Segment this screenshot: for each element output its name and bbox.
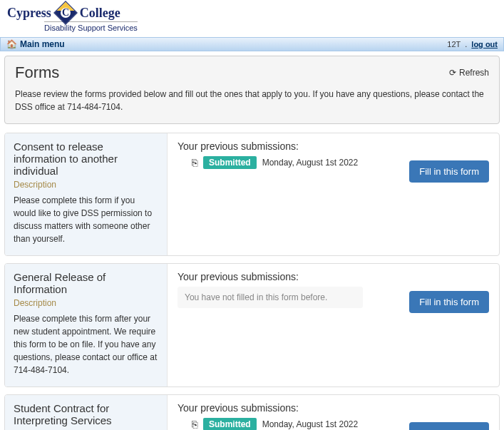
form-title: General Release of Information	[14, 271, 158, 295]
status-badge: Submitted	[203, 418, 257, 430]
top-nav: 🏠 Main menu 12T . log out	[0, 37, 504, 51]
logout-link[interactable]: log out	[471, 40, 498, 48]
form-description: Please complete this form after your new…	[14, 312, 158, 377]
brand-subtitle: Disability Support Services	[44, 21, 138, 32]
fill-form-button[interactable]: Fill in this form	[409, 160, 489, 183]
branding-header: Cypress C College Disability Support Ser…	[0, 0, 504, 34]
form-card: Consent to release information to anothe…	[4, 133, 500, 256]
previous-submissions-label: Your previous submissions:	[178, 402, 489, 414]
form-description: Please complete this form if you would l…	[14, 194, 158, 245]
refresh-icon: ⟳	[449, 68, 456, 78]
fill-form-button[interactable]: Fill in this form	[409, 422, 489, 430]
brand-name-left: Cypress	[7, 6, 51, 21]
submission-date: Monday, August 1st 2022	[262, 419, 359, 429]
fill-form-button[interactable]: Fill in this form	[409, 291, 489, 313]
form-title: Student Contract for Interpreting Servic…	[14, 402, 158, 426]
previous-submissions-label: Your previous submissions:	[178, 140, 489, 152]
refresh-label: Refresh	[459, 68, 489, 78]
refresh-button[interactable]: ⟳ Refresh	[449, 68, 489, 78]
submission-date: Monday, August 1st 2022	[262, 158, 359, 168]
intro-text: Please review the forms provided below a…	[15, 88, 489, 113]
no-submissions-message: You have not filled in this form before.	[178, 287, 363, 308]
status-badge: Submitted	[203, 156, 257, 169]
previous-submissions-label: Your previous submissions:	[178, 271, 489, 282]
main-menu-link[interactable]: Main menu	[20, 39, 65, 49]
brand-name-right: College	[80, 6, 120, 21]
user-id-label: 12T	[447, 40, 461, 48]
page-header-panel: Forms ⟳ Refresh Please review the forms …	[4, 56, 500, 124]
form-card: General Release of Information Descripti…	[4, 263, 500, 387]
page-title: Forms	[15, 63, 59, 82]
description-label: Description	[14, 180, 158, 190]
form-card: Student Contract for Interpreting Servic…	[4, 394, 500, 430]
document-icon: ⎘	[192, 157, 197, 168]
document-icon: ⎘	[192, 419, 197, 430]
description-label: Description	[14, 298, 158, 308]
home-icon[interactable]: 🏠	[6, 39, 17, 49]
form-title: Consent to release information to anothe…	[14, 140, 158, 177]
